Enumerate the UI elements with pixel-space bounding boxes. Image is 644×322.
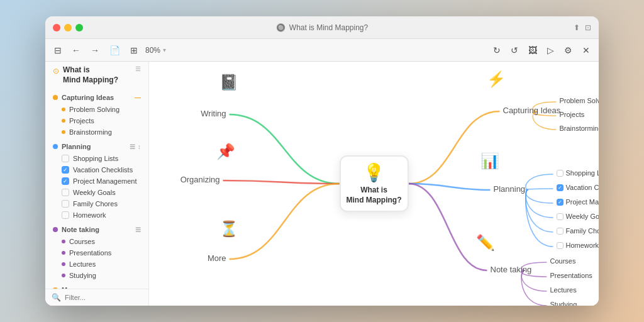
leaf-text: Courses <box>550 257 576 265</box>
leaf-label: Presentations <box>550 272 592 279</box>
leaf-text: Shopping Lists <box>566 169 599 177</box>
zoom-control: 80% ▾ <box>145 46 166 55</box>
zoom-chevron-icon[interactable]: ▾ <box>163 47 166 53</box>
sidebar-footer: 🔍 ⊙ <box>45 289 148 306</box>
list-item[interactable]: Problem Solving <box>45 104 148 115</box>
sidebar-scroll: ⊙ What isMind Mapping? ☰ Capturing Ideas… <box>45 62 148 289</box>
undo2-button[interactable]: ↺ <box>508 44 521 57</box>
image-button[interactable]: 🖼 <box>526 44 540 57</box>
section-icons-capturing-ideas: — <box>135 94 141 101</box>
settings-button[interactable]: ⚙ <box>562 44 575 57</box>
fullscreen-icon[interactable]: ⊡ <box>585 23 591 32</box>
branch-icon-planning: 📊 <box>480 152 499 170</box>
leaf-checkbox[interactable] <box>557 213 564 220</box>
item-checkbox[interactable] <box>62 155 69 162</box>
leaf-checkbox[interactable]: ✓ <box>557 184 564 191</box>
section-icons-planning: ☰↕ <box>130 143 141 150</box>
section-menu-icon[interactable]: ☰ <box>135 226 141 233</box>
leaf-checkbox[interactable] <box>557 242 564 249</box>
item-dot <box>62 240 65 243</box>
search-icon: 🔍 <box>52 293 61 302</box>
branch-icon-organizing: 📌 <box>216 143 235 160</box>
maximize-button[interactable] <box>75 24 83 31</box>
item-label: Vacation Checklists <box>73 166 133 174</box>
list-item[interactable]: ✓Vacation Checklists <box>45 164 148 175</box>
list-item[interactable]: Projects <box>45 115 148 126</box>
section-sort-icon[interactable]: ↕ <box>138 143 141 150</box>
app-window: 🔘 What is Mind Mapping? ⬆ ⊡ ⊟ ← → 📄 ⊞ 80… <box>45 16 599 306</box>
list-item[interactable]: Family Chores <box>45 198 148 209</box>
leaf-label: ✓Vacation Checklists <box>557 184 599 191</box>
leaf-label: Lectures <box>550 286 577 294</box>
center-node[interactable]: 💡 What isMind Mapping? <box>340 155 409 212</box>
item-checkbox[interactable]: ✓ <box>62 177 69 185</box>
share-icon[interactable]: ⬆ <box>574 23 580 32</box>
leaf-text: Problem Solving <box>560 97 599 104</box>
leaf-text: Project Management <box>566 198 599 206</box>
item-label: Studying <box>69 272 96 279</box>
minimize-button[interactable] <box>64 24 72 31</box>
leaf-label: Shopping Lists <box>557 169 599 177</box>
item-label: Shopping Lists <box>73 155 118 162</box>
list-item[interactable]: Weekly Goals <box>45 187 148 198</box>
undo-button[interactable]: ← <box>69 44 83 57</box>
item-checkbox[interactable] <box>62 211 69 219</box>
item-checkbox[interactable]: ✓ <box>62 166 69 174</box>
branch-label-writing: Writing <box>201 109 226 118</box>
play-button[interactable]: ▷ <box>545 44 557 57</box>
item-label: Projects <box>69 117 94 125</box>
close-doc-button[interactable]: ✕ <box>580 44 592 57</box>
window-title: What is Mind Mapping? <box>289 23 368 32</box>
sidebar-title-text: What isMind Mapping? <box>63 65 118 85</box>
list-item[interactable]: Courses <box>45 236 148 247</box>
section-dot-note-taking <box>53 227 58 232</box>
item-checkbox[interactable] <box>62 189 69 196</box>
sync-button[interactable]: ↻ <box>491 44 503 57</box>
branch-icon-writing: 📓 <box>219 74 238 91</box>
redo-button[interactable]: → <box>88 44 102 57</box>
close-button[interactable] <box>53 24 60 31</box>
item-label: Family Chores <box>73 200 118 208</box>
panel-toggle-button[interactable]: ⊟ <box>52 44 64 57</box>
leaf-label: Weekly Goals <box>557 213 599 220</box>
sidebar-title-icon: ⊙ <box>53 67 59 75</box>
item-dot <box>62 130 65 134</box>
branch-label-note-taking: Note taking <box>491 265 532 274</box>
list-item[interactable]: Homework <box>45 209 148 221</box>
leaf-label: Homework <box>557 242 599 249</box>
item-checkbox[interactable] <box>62 200 69 208</box>
list-item[interactable]: Shopping Lists <box>45 153 148 164</box>
leaf-checkbox[interactable] <box>557 228 564 235</box>
mind-map-canvas[interactable]: 💡 What isMind Mapping? 📓Writing⚡Capturin… <box>149 62 599 306</box>
sidebar-section-header-note-taking[interactable]: Note taking☰ <box>45 223 148 236</box>
section-label-planning: Planning <box>62 143 91 150</box>
item-label: Weekly Goals <box>73 189 116 196</box>
sidebar-section-header-capturing-ideas[interactable]: Capturing Ideas— <box>45 91 148 104</box>
leaf-text: Weekly Goals <box>566 213 599 220</box>
note-button[interactable]: 📄 <box>107 44 123 57</box>
list-item[interactable]: ✓Project Management <box>45 175 148 187</box>
list-item[interactable]: Brainstorming <box>45 126 148 138</box>
item-label: Brainstorming <box>69 128 112 136</box>
item-dot <box>62 251 65 255</box>
section-collapse-icon[interactable]: — <box>135 94 141 101</box>
doc-icon: 🔘 <box>276 23 286 32</box>
list-item[interactable]: Presentations <box>45 247 148 258</box>
section-menu-icon[interactable]: ☰ <box>130 143 135 150</box>
sidebar-sections: Capturing Ideas—Problem SolvingProjectsB… <box>45 91 148 289</box>
leaf-text: Projects <box>560 111 585 118</box>
leaf-label: Studying <box>550 301 577 306</box>
sidebar-section-header-more[interactable]: More— <box>45 284 148 289</box>
list-item[interactable]: Studying <box>45 270 148 281</box>
leaf-label: Problem Solving <box>560 97 599 104</box>
branch-icon-note-taking: ✏️ <box>476 234 495 252</box>
list-item[interactable]: Lectures <box>45 258 148 270</box>
leaf-label: Family Chores <box>557 227 599 235</box>
leaf-checkbox[interactable] <box>557 170 564 177</box>
item-dot <box>62 119 65 123</box>
search-input[interactable] <box>65 294 152 301</box>
layout-button[interactable]: ⊞ <box>128 44 140 57</box>
leaf-checkbox[interactable]: ✓ <box>557 199 564 206</box>
section-icons-note-taking: ☰ <box>135 226 141 233</box>
sidebar-section-header-planning[interactable]: Planning☰↕ <box>45 140 148 153</box>
